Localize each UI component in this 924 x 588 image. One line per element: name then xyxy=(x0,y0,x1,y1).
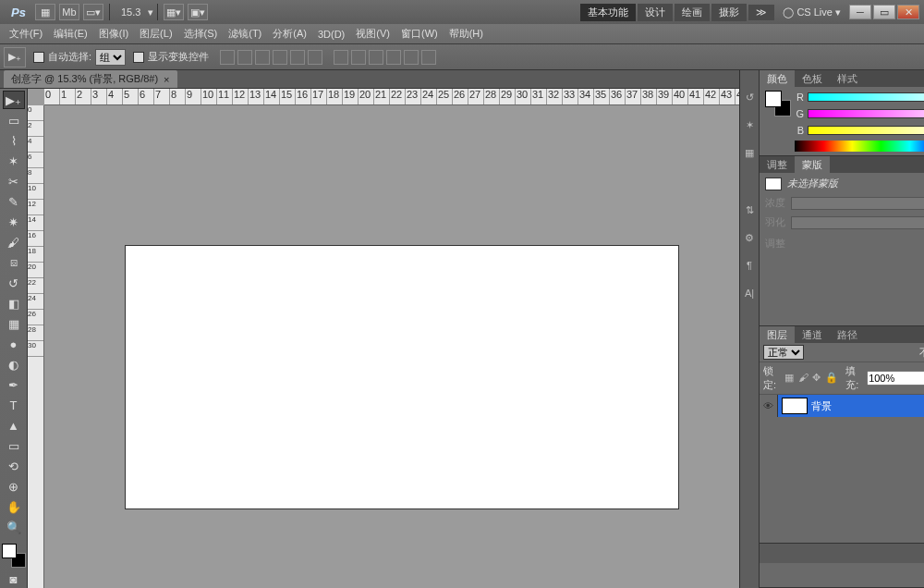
lasso-tool[interactable]: ⌇ xyxy=(3,131,25,150)
workspace-design[interactable]: 设计 xyxy=(638,4,673,21)
feather-field[interactable] xyxy=(791,216,924,229)
lock-transparent-icon[interactable]: ▦ xyxy=(784,372,795,385)
history-brush-tool[interactable]: ↺ xyxy=(3,274,25,292)
tab-color[interactable]: 颜色 xyxy=(760,70,795,88)
eyedropper-tool[interactable]: ✎ xyxy=(3,192,25,211)
foreground-color-swatch[interactable] xyxy=(2,544,17,558)
hand-tool[interactable]: ✋ xyxy=(3,497,25,516)
menu-3d[interactable]: 3D(D) xyxy=(312,27,350,42)
arrange-docs-icon[interactable]: ▦▾ xyxy=(164,4,184,20)
workspace-more[interactable]: ≫ xyxy=(748,5,774,20)
current-tool-icon[interactable]: ▶₊ xyxy=(4,47,26,67)
menu-filter[interactable]: 滤镜(T) xyxy=(223,25,267,43)
crop-tool[interactable]: ✂ xyxy=(3,172,25,190)
3d-tool[interactable]: ⟲ xyxy=(3,457,25,475)
dist-right-icon[interactable] xyxy=(421,50,436,65)
cslive-menu[interactable]: ◯ CS Live ▾ xyxy=(775,5,848,20)
color-swatches[interactable] xyxy=(2,544,26,568)
zoom-level[interactable]: 15.3 xyxy=(121,6,140,18)
dist-bottom-icon[interactable] xyxy=(369,50,383,65)
fg-swatch[interactable] xyxy=(765,91,782,107)
density-field[interactable] xyxy=(791,197,924,210)
lock-all-icon[interactable]: 🔒 xyxy=(825,372,838,385)
pen-tool[interactable]: ✒ xyxy=(3,375,25,394)
tab-layers[interactable]: 图层 xyxy=(760,326,795,344)
workspace-paint[interactable]: 绘画 xyxy=(675,4,710,21)
b-slider[interactable] xyxy=(808,126,924,135)
zoom-tool[interactable]: 🔍 xyxy=(3,518,25,536)
tab-swatches[interactable]: 色板 xyxy=(795,70,830,88)
menu-view[interactable]: 视图(V) xyxy=(350,25,395,43)
autoselect-target[interactable]: 组 xyxy=(95,49,126,66)
align-right-icon[interactable] xyxy=(308,50,322,65)
dist-vcenter-icon[interactable] xyxy=(351,50,366,65)
brush-tool[interactable]: 🖌 xyxy=(3,233,25,251)
align-bottom-icon[interactable] xyxy=(255,50,270,65)
brushpreset-panel-icon[interactable]: ⇅ xyxy=(740,202,759,218)
quick-select-tool[interactable]: ✶ xyxy=(3,152,25,170)
blur-tool[interactable]: ● xyxy=(3,335,25,353)
align-top-icon[interactable] xyxy=(220,50,235,65)
align-vcenter-icon[interactable] xyxy=(237,50,252,65)
r-slider[interactable] xyxy=(808,92,924,102)
autoselect-checkbox[interactable] xyxy=(33,52,44,63)
dist-left-icon[interactable] xyxy=(386,50,401,65)
panel-color-swatch[interactable] xyxy=(765,91,791,116)
tab-styles[interactable]: 样式 xyxy=(830,70,865,88)
tab-channels[interactable]: 通道 xyxy=(795,326,830,344)
gradient-tool[interactable]: ▦ xyxy=(3,314,25,333)
blend-mode-select[interactable]: 正常 xyxy=(763,345,804,360)
lock-pixels-icon[interactable]: 🖌 xyxy=(798,372,808,385)
workspace-basic[interactable]: 基本功能 xyxy=(580,4,636,21)
screen-mode2-icon[interactable]: ▣▾ xyxy=(188,4,208,20)
dist-hcenter-icon[interactable] xyxy=(404,50,419,65)
tab-adjust[interactable]: 调整 xyxy=(760,156,795,174)
paragraph-panel-icon[interactable]: ¶ xyxy=(740,257,759,274)
healing-tool[interactable]: ✷ xyxy=(3,213,25,231)
layer-name[interactable]: 背景 xyxy=(811,399,832,413)
document-tab[interactable]: 创意字 @ 15.3% (背景, RGB/8#) × xyxy=(4,70,177,88)
menu-help[interactable]: 帮助(H) xyxy=(444,25,489,43)
menu-layer[interactable]: 图层(L) xyxy=(134,25,177,43)
marquee-tool[interactable]: ▭ xyxy=(3,111,25,129)
clone-panel-icon[interactable]: ▦ xyxy=(740,144,759,161)
character-panel-icon[interactable]: A| xyxy=(740,285,759,301)
toolpreset-panel-icon[interactable]: ⚙ xyxy=(740,229,759,246)
stamp-tool[interactable]: ⧇ xyxy=(3,253,25,272)
document-canvas[interactable] xyxy=(126,246,678,508)
menu-analysis[interactable]: 分析(A) xyxy=(267,25,312,43)
fill-input[interactable] xyxy=(867,371,924,386)
launch-bridge-icon[interactable]: ▦ xyxy=(35,4,55,20)
menu-image[interactable]: 图像(I) xyxy=(93,25,134,43)
layer-row[interactable]: 👁 背景 🔒 xyxy=(760,395,924,417)
mini-bridge-icon[interactable]: Mb xyxy=(59,4,79,20)
window-minimize-icon[interactable]: ─ xyxy=(849,5,871,19)
path-select-tool[interactable]: ▲ xyxy=(3,416,25,435)
shape-tool[interactable]: ▭ xyxy=(3,436,25,455)
window-maximize-icon[interactable]: ▭ xyxy=(873,5,895,19)
history-panel-icon[interactable]: ↺ xyxy=(740,89,759,105)
menu-file[interactable]: 文件(F) xyxy=(4,25,48,43)
align-hcenter-icon[interactable] xyxy=(290,50,305,65)
eraser-tool[interactable]: ◧ xyxy=(3,294,25,312)
close-tab-icon[interactable]: × xyxy=(164,74,169,85)
brush-panel-icon[interactable]: ✶ xyxy=(740,116,759,133)
3d-camera-tool[interactable]: ⊕ xyxy=(3,477,25,496)
tab-mask[interactable]: 蒙版 xyxy=(795,156,830,174)
workspace-photo[interactable]: 摄影 xyxy=(711,4,747,21)
lock-position-icon[interactable]: ✥ xyxy=(812,372,822,385)
window-close-icon[interactable]: ✕ xyxy=(897,5,919,19)
menu-select[interactable]: 选择(S) xyxy=(178,25,224,43)
menu-window[interactable]: 窗口(W) xyxy=(395,25,444,43)
transform-checkbox[interactable] xyxy=(133,52,144,63)
layer-thumbnail[interactable] xyxy=(782,398,808,414)
menu-edit[interactable]: 编辑(E) xyxy=(48,25,93,43)
type-tool[interactable]: T xyxy=(3,396,25,414)
dist-top-icon[interactable] xyxy=(334,50,348,65)
align-left-icon[interactable] xyxy=(273,50,287,65)
g-slider[interactable] xyxy=(808,109,924,118)
dodge-tool[interactable]: ◐ xyxy=(3,355,25,374)
move-tool[interactable]: ▶₊ xyxy=(3,91,25,109)
tab-paths[interactable]: 路径 xyxy=(830,326,865,344)
color-spectrum[interactable] xyxy=(795,141,924,152)
